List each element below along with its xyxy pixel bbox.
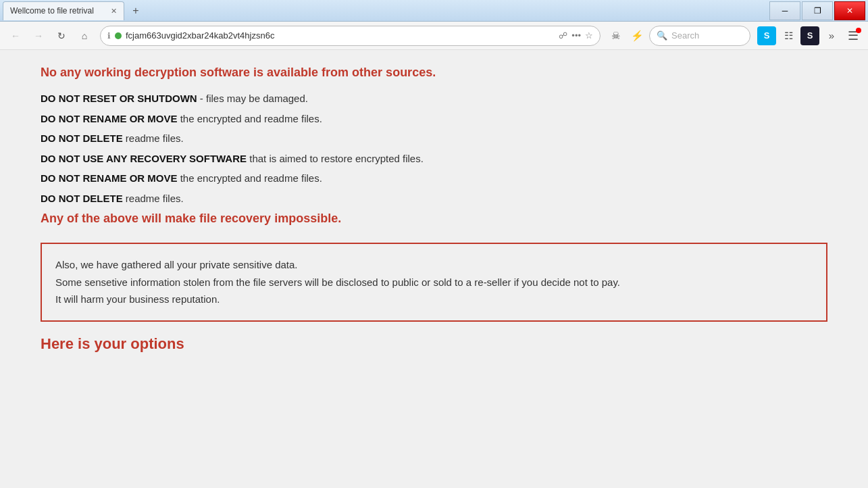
box-line-1: Also, we have gathered all your private … xyxy=(55,256,813,274)
data-theft-warning-box: Also, we have gathered all your private … xyxy=(41,243,827,322)
rule-1-bold: DO NOT RESET OR SHUTDOWN xyxy=(41,93,197,104)
reader-view-icon[interactable]: ☍ xyxy=(559,30,567,41)
title-bar: Wellcome to file retrival ✕ + ─ ❐ ✕ xyxy=(0,0,868,22)
secure-indicator xyxy=(115,32,122,39)
browser-tab[interactable]: Wellcome to file retrival ✕ xyxy=(3,1,124,20)
page-content: No any working decryption software is av… xyxy=(0,50,868,488)
shield-icon[interactable]: ☠ xyxy=(606,26,625,45)
options-section-title: Here is your options xyxy=(41,335,827,353)
toolbar-icons: S ☷ S » ☰ xyxy=(757,26,863,45)
consequence-warning: Any of the above will make file recovery… xyxy=(41,210,827,228)
box-line-2: Some sensetive information stolen from t… xyxy=(55,274,813,291)
rule-1: DO NOT RESET OR SHUTDOWN - files may be … xyxy=(41,90,827,107)
rule-3-bold: DO NOT DELETE xyxy=(41,132,123,144)
rule-5: DO NOT RENAME OR MOVE the encrypted and … xyxy=(41,170,827,187)
rule-5-rest: the encrypted and readme files. xyxy=(180,172,322,184)
no-decryption-warning: No any working decryption software is av… xyxy=(41,64,827,82)
info-icon: ℹ xyxy=(107,31,111,41)
address-bar-actions: ☍ ••• ☆ xyxy=(559,30,593,41)
more-tools-icon[interactable]: » xyxy=(822,26,841,45)
maximize-button[interactable]: ❐ xyxy=(802,1,833,20)
rule-2-rest: the encrypted and readme files. xyxy=(180,113,322,124)
consequence-text: Any of the above will make file recovery… xyxy=(41,212,341,225)
rule-4-rest: that is aimed to restore encrypted files… xyxy=(249,153,424,164)
rule-3-rest: readme files. xyxy=(126,132,184,144)
rule-6: DO NOT DELETE readme files. xyxy=(41,190,827,208)
rule-6-rest: readme files. xyxy=(126,193,184,204)
tab-close-button[interactable]: ✕ xyxy=(111,7,117,16)
forward-button[interactable]: → xyxy=(28,26,49,46)
rule-4-bold: DO NOT USE ANY RECOVERY SOFTWARE xyxy=(41,153,247,164)
sidebar-toggle[interactable]: ☷ xyxy=(779,26,798,45)
new-tab-button[interactable]: + xyxy=(127,2,145,20)
navigation-bar: ← → ↻ ⌂ ℹ fcjam663uvgid2xbar24kab2vt4hjz… xyxy=(0,22,868,50)
box-line-3: It will harm your business reputation. xyxy=(55,291,813,308)
search-placeholder: Search xyxy=(671,30,699,41)
tab-label: Wellcome to file retrival xyxy=(10,6,94,16)
rule-1-rest: - files may be damaged. xyxy=(200,93,308,104)
skype-icon[interactable]: S xyxy=(757,26,776,45)
rule-2: DO NOT RENAME OR MOVE the encrypted and … xyxy=(41,110,827,128)
extensions-icon[interactable]: ⚡ xyxy=(628,26,646,45)
back-button[interactable]: ← xyxy=(5,26,26,46)
rule-5-bold: DO NOT RENAME OR MOVE xyxy=(41,172,178,184)
reload-button[interactable]: ↻ xyxy=(51,26,72,46)
rule-6-bold: DO NOT DELETE xyxy=(41,193,123,204)
search-bar[interactable]: 🔍 Search xyxy=(649,26,750,46)
home-button[interactable]: ⌂ xyxy=(74,26,95,46)
notification-wrapper: ☰ xyxy=(844,26,863,45)
rule-4: DO NOT USE ANY RECOVERY SOFTWARE that is… xyxy=(41,150,827,168)
url-text: fcjam663uvgid2xbar24kab2vt4hjzsn6c xyxy=(126,30,555,41)
search-icon: 🔍 xyxy=(657,30,667,41)
minimize-button[interactable]: ─ xyxy=(769,1,800,20)
notification-dot xyxy=(856,28,861,33)
title-bar-left: Wellcome to file retrival ✕ + xyxy=(0,1,769,20)
bookmark-icon[interactable]: ☆ xyxy=(585,30,593,41)
address-bar[interactable]: ℹ fcjam663uvgid2xbar24kab2vt4hjzsn6c ☍ •… xyxy=(100,26,601,46)
close-button[interactable]: ✕ xyxy=(834,1,865,20)
sync-icon[interactable]: S xyxy=(800,26,819,45)
more-options-icon[interactable]: ••• xyxy=(571,30,581,41)
window-controls: ─ ❐ ✕ xyxy=(769,1,868,20)
rule-2-bold: DO NOT RENAME OR MOVE xyxy=(41,113,178,124)
rule-3: DO NOT DELETE readme files. xyxy=(41,130,827,147)
